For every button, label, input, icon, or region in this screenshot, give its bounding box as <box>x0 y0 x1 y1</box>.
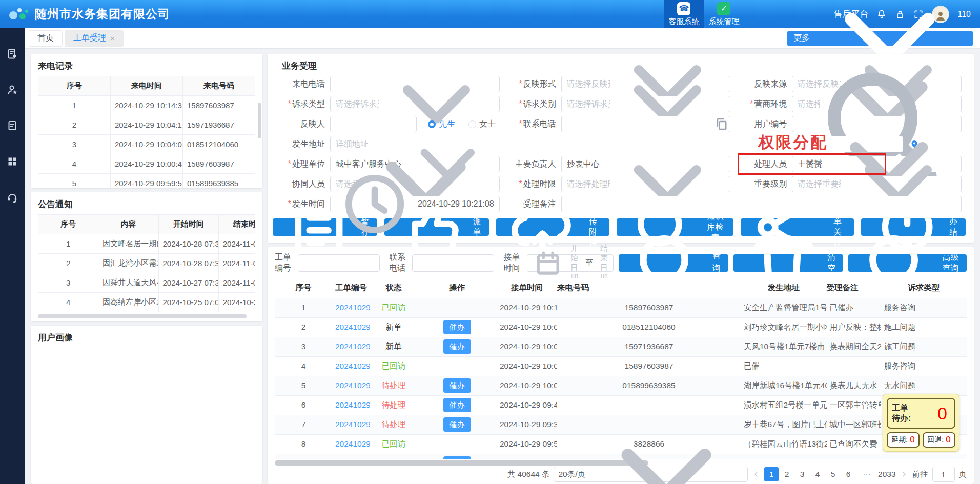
appeal-type-select[interactable]: 请选择诉求类型 <box>330 96 500 112</box>
next-page-icon[interactable] <box>900 470 908 478</box>
app-title: 随州市水务集团有限公司 <box>35 6 170 22</box>
status-badge: 待处理 <box>382 420 406 429</box>
todo-main-box[interactable]: 工单待办: 0 <box>887 398 955 429</box>
call-record-row[interactable]: 4 2024-10-29 10:00:49 15897603987 <box>38 154 255 174</box>
handle-limit-select[interactable]: 请选择处理时限 <box>561 176 731 192</box>
order-no-link[interactable]: 20241029022 <box>335 381 370 390</box>
orders-col-header: 操作 <box>417 278 497 298</box>
orders-panel: 工单编号 联系电话 接单时间 开始日期 至 结束日期 查询 <box>268 247 974 484</box>
call-records-scrollbar[interactable] <box>258 103 261 138</box>
todo-widget[interactable]: 工单待办: 0 延期:0 回退:0 <box>883 394 959 452</box>
prev-page-icon[interactable] <box>752 470 760 478</box>
order-row[interactable]: 5 20241029022 待处理 催办 2024-10-29 10:00:06… <box>275 376 967 395</box>
order-no-link[interactable]: 20241029023 <box>335 361 370 370</box>
tab-home[interactable]: 首页 <box>29 30 63 47</box>
notices-scrollbar[interactable] <box>38 314 247 318</box>
field-accept-remark: 受理备注 <box>504 196 966 212</box>
occur-time-input[interactable]: 2024-10-29 10:21:08 <box>330 196 500 212</box>
form-action-button[interactable]: 上传附件 <box>496 218 609 236</box>
service-form-panel: 业务受理 来电电话 *反映形式 请选择反映形式 反映来源 <box>268 54 974 243</box>
last-page-number[interactable]: 2033 <box>878 467 895 481</box>
notice-row[interactable]: 2 因汇龙湾小区需水... 2024-10-28 07:30:00 2024-1… <box>38 254 256 273</box>
clock-icon <box>336 165 414 243</box>
order-no-link[interactable]: 20241029026 <box>335 303 370 312</box>
status-badge: 已回访 <box>382 361 406 370</box>
order-no-link[interactable]: 20241029024 <box>335 342 370 351</box>
order-no-link[interactable]: 20241029021 <box>335 400 370 409</box>
delay-chip[interactable]: 延期:0 <box>887 432 920 448</box>
order-no-link[interactable]: 20241029025 <box>335 322 370 331</box>
rail-icon[interactable] <box>6 48 18 60</box>
system-tab-icon: ✓ <box>717 2 730 15</box>
rollback-chip[interactable]: 回退:0 <box>923 432 955 448</box>
todo-count: 0 <box>937 404 947 424</box>
notice-col-header: 序号 <box>38 215 98 234</box>
call-col-header: 来电号码 <box>183 76 255 96</box>
chevron-down-icon <box>610 127 725 242</box>
urge-button[interactable]: 催办 <box>443 417 471 432</box>
receive-time-range-picker[interactable]: 开始日期 至 结束日期 <box>527 254 614 272</box>
notice-col-header: 开始时间 <box>158 215 218 234</box>
status-badge: 新单 <box>386 342 402 351</box>
urge-button[interactable]: 催办 <box>443 456 471 459</box>
system-tab-label: 系统管理 <box>708 17 739 27</box>
order-row[interactable]: 2 20241029025 新单 催办 2024-10-29 10:04:34 … <box>275 317 967 337</box>
call-records-panel: 来电记录 序号来电时间来电号码 1 2024-10-29 10:14:33 15… <box>31 54 262 188</box>
notice-row[interactable]: 4 因骞纳左岸小区水... 2024-10-25 07:00:00 2024-1… <box>38 293 256 312</box>
filter-phone-input[interactable] <box>412 254 494 272</box>
pagination-bar: 共 40644 条 20条/页 123456 ··· 2033 前往 页 <box>275 467 967 484</box>
system-switcher: ☎ 客服系统 ✓ 系统管理 <box>664 0 744 28</box>
system-tab[interactable]: ☎ 客服系统 <box>664 0 704 28</box>
field-appeal-type: *诉求类型 请选择诉求类型 <box>273 96 504 112</box>
order-no-link[interactable]: 20241029018 <box>335 459 370 459</box>
calendar-icon <box>533 248 563 278</box>
page-number[interactable]: 1 <box>764 467 779 481</box>
page-number[interactable]: 5 <box>826 467 840 481</box>
call-record-row[interactable]: 2 2024-10-29 10:04:17 15971936687 <box>38 115 255 135</box>
order-row[interactable]: 4 20241029023 已回访 2024-10-29 10:00:59 15… <box>275 356 967 376</box>
goto-unit: 页 <box>959 469 967 480</box>
notice-row[interactable]: 3 因舜井大道天风小... 2024-10-27 07:30:00 2024-1… <box>38 273 256 293</box>
page-number[interactable]: 2 <box>780 467 794 481</box>
page-number[interactable]: 4 <box>810 467 825 481</box>
filter-order-no-input[interactable] <box>298 254 380 272</box>
accept-remark-input[interactable] <box>561 196 962 212</box>
call-record-row[interactable]: 3 2024-10-29 10:04:09 018512104060 <box>38 135 255 154</box>
status-badge: 已回访 <box>382 439 406 448</box>
clear-button[interactable]: 清空 <box>733 254 843 272</box>
urge-button[interactable]: 催办 <box>443 320 471 334</box>
order-row[interactable]: 3 20241029024 新单 催办 2024-10-29 10:04:24 … <box>275 337 967 356</box>
goto-page-input[interactable] <box>932 467 955 482</box>
page-ellipsis[interactable]: ··· <box>860 467 874 481</box>
call-record-row[interactable]: 1 2024-10-29 10:14:33 15897603987 <box>38 96 255 115</box>
urge-button[interactable]: 催办 <box>443 378 471 393</box>
appeal-category-select[interactable]: 请选择诉求类别 <box>561 96 731 112</box>
tab-close-icon[interactable]: × <box>110 34 115 43</box>
page-number[interactable]: 3 <box>795 467 809 481</box>
call-record-row[interactable]: 5 2024-10-29 09:59:50 015899639385 <box>38 174 255 189</box>
urge-button[interactable]: 催办 <box>443 339 471 354</box>
notices-panel: 公告通知 序号内容开始时间结束时间 1 因文峰名居一期(... <box>31 192 262 321</box>
orders-col-header: 接单时间 <box>497 278 557 298</box>
rail-icon[interactable] <box>6 84 18 96</box>
order-row[interactable]: 1 20241029026 已回访 2024-10-29 10:14:41 15… <box>275 298 967 317</box>
page-size-select[interactable]: 20条/页 <box>554 467 748 482</box>
advanced-search-button[interactable]: 高级查询 <box>848 254 967 272</box>
rail-icon[interactable] <box>6 155 18 168</box>
range-separator: 至 <box>585 258 593 268</box>
system-tab[interactable]: ✓ 系统管理 <box>704 0 744 28</box>
tab-work-order[interactable]: 工单受理 × <box>65 30 124 47</box>
urge-button[interactable]: 催办 <box>443 398 471 412</box>
rail-icon[interactable] <box>6 191 18 204</box>
order-no-link[interactable]: 20241029019 <box>335 439 370 448</box>
call-col-header: 来电时间 <box>111 76 183 96</box>
rail-icon[interactable] <box>6 119 18 132</box>
filter-order-no-label: 工单编号 <box>275 252 293 274</box>
page-number[interactable]: 6 <box>841 467 855 481</box>
notice-row[interactable]: 1 因文峰名居一期(... 2024-10-28 07:30:00 2024-1… <box>38 234 256 254</box>
importance-select[interactable]: 请选择重要级别 <box>792 176 962 192</box>
filter-phone-label: 联系电话 <box>389 252 407 274</box>
field-occur-time: *发生时间 2024-10-29 10:21:08 <box>273 196 504 212</box>
search-button[interactable]: 查询 <box>619 254 728 272</box>
order-no-link[interactable]: 20241029020 <box>335 420 370 429</box>
